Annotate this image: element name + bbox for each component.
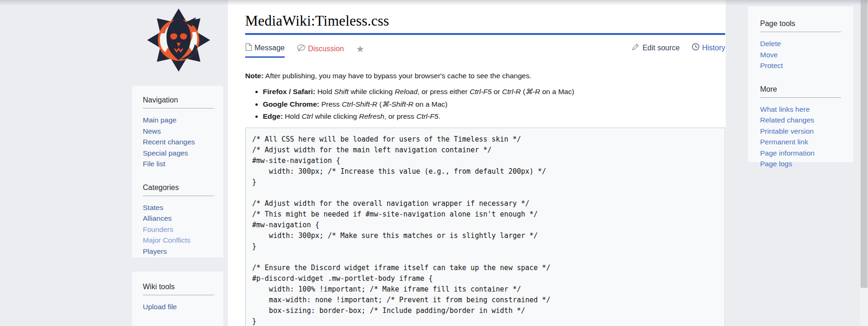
sidebar-item-navigation[interactable]: File list [143,158,214,170]
star-icon: ★ [356,45,364,53]
categories-links: StatesAlliancesFoundersMajor ConflictsPl… [143,202,214,257]
sidebar-item-more[interactable]: Related changes [760,115,841,126]
sidebar-item-page-tool[interactable]: Delete [760,38,841,49]
cache-instruction-item: Firefox / Safari: Hold Shift while click… [263,88,574,95]
sidebar-item-category[interactable]: Players [143,246,214,257]
tab-message-label: Message [254,44,285,52]
site-logo[interactable] [145,7,212,74]
cache-instructions-list: Firefox / Safari: Hold Shift while click… [255,88,574,125]
cache-note: Note: After publishing, you may have to … [245,72,532,80]
page-tools-links: DeleteMoveProtect [760,38,841,71]
left-sidebar-panel: Navigation Main pageNewsRecent changesSp… [132,86,223,258]
clock-icon [692,43,700,53]
code-block: /* All CSS here will be loaded for users… [252,134,718,326]
wiki-tools-heading: Wiki tools [143,283,214,295]
page-tools-panel: Page tools DeleteMoveProtect More What l… [748,7,853,162]
tab-edit-source[interactable]: Edit source [632,43,680,56]
sidebar-item-wiki-tool[interactable]: Upload file [143,301,214,312]
sidebar-item-more[interactable]: Permanent link [760,136,841,148]
sidebar-item-more[interactable]: What links here [760,104,841,115]
tab-message[interactable]: Message [245,43,285,58]
sidebar-item-page-tool[interactable]: Protect [760,60,841,71]
tab-discussion[interactable]: Discussion [297,44,344,57]
pencil-icon [632,43,640,53]
more-links: What links hereRelated changesPrintable … [760,104,841,170]
more-heading: More [760,85,841,98]
cache-instruction-item: Google Chrome: Press Ctrl-Shift-R (⌘-Shi… [263,100,574,108]
watch-star-button[interactable]: ★ [356,45,364,56]
page-tools-heading: Page tools [760,20,841,32]
css-source-box: /* All CSS here will be loaded for users… [245,128,725,326]
sidebar-item-navigation[interactable]: Main page [143,115,214,126]
page-title: MediaWiki:Timeless.css [245,13,389,29]
tab-discussion-label: Discussion [308,45,344,53]
sidebar-item-category[interactable]: Alliances [143,213,214,224]
sidebar-item-category[interactable]: States [143,202,214,213]
sidebar-item-more[interactable]: Page information [760,148,841,159]
ninja-skull-compass-logo-icon [145,7,212,74]
sidebar-item-navigation[interactable]: Special pages [143,148,214,159]
navigation-links: Main pageNewsRecent changesSpecial pages… [143,115,214,170]
page-tabs: Message Discussion ★ Edit source History [245,43,725,58]
cache-instruction-item: Edge: Hold Ctrl while clicking Refresh, … [263,112,574,120]
wiki-tools-panel: Wiki tools Upload file [132,272,223,326]
sidebar-item-more[interactable]: Page logs [760,158,841,170]
sidebar-item-page-tool[interactable]: Move [760,49,841,61]
title-underline [245,33,725,35]
right-tab-group: Edit source History [632,43,725,56]
categories-heading: Categories [143,183,214,196]
tab-edit-source-label: Edit source [642,44,680,52]
sidebar-item-navigation[interactable]: News [143,126,214,137]
scrollbar-thumb[interactable] [861,0,868,288]
wiki-tools-links: Upload file [143,301,214,312]
sidebar-item-navigation[interactable]: Recent changes [143,136,214,148]
document-icon [245,43,252,53]
left-tab-group: Message Discussion ★ [245,43,364,58]
vertical-scrollbar[interactable] [860,0,868,326]
sidebar-item-more[interactable]: Printable version [760,126,841,137]
speech-bubble-slash-icon [297,44,306,54]
sidebar-item-category[interactable]: Founders [143,224,214,235]
sidebar-item-category[interactable]: Major Conflicts [143,235,214,246]
tab-history-label: History [702,44,725,52]
navigation-heading: Navigation [143,96,214,109]
tab-history[interactable]: History [692,43,725,56]
